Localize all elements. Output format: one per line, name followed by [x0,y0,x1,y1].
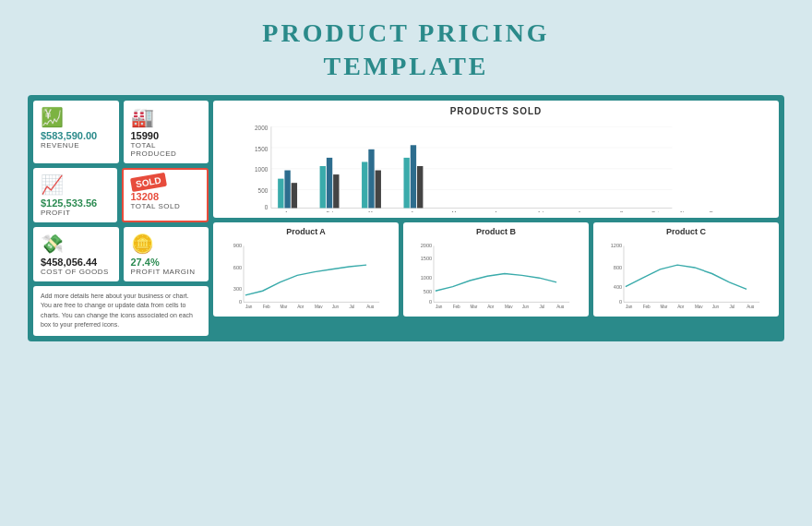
svg-text:Feb: Feb [643,305,651,308]
svg-text:Apr: Apr [297,305,304,308]
dashboard: 💹 $583,590.00 REVENUE 🏭 15990 TOTAL PROD… [28,95,784,341]
profit-margin-card: 🪙 27.4% PROFIT MARGIN [124,227,209,281]
margin-value: 27.4% [131,257,160,268]
svg-text:Apr: Apr [677,305,685,308]
svg-text:May: May [452,210,462,212]
svg-rect-11 [278,178,283,208]
svg-text:Mar: Mar [280,305,287,308]
stat-row-1: 💹 $583,590.00 REVENUE 🏭 15990 TOTAL PROD… [33,101,209,163]
svg-text:May: May [505,305,513,308]
svg-rect-24 [411,145,416,208]
product-a-svg: 900 600 300 0 Jan Feb Mar Apr May Jun [221,239,391,308]
svg-text:600: 600 [233,265,242,270]
svg-text:Mar: Mar [660,305,667,308]
svg-text:Mar: Mar [470,305,477,308]
svg-text:Jul: Jul [349,305,354,308]
svg-text:May: May [315,305,323,308]
svg-rect-12 [284,170,290,208]
profit-icon: 📈 [41,173,64,196]
page-title: PRODUCT PRICING TEMPLATE [262,0,549,95]
svg-text:800: 800 [614,265,622,270]
svg-text:0: 0 [265,204,269,210]
svg-rect-23 [404,158,410,209]
svg-rect-19 [362,161,367,208]
product-b-title: Product B [411,227,581,236]
svg-text:Jul: Jul [539,305,544,308]
bar-chart-area: 2000 1500 1000 500 0 [222,120,770,212]
svg-rect-21 [376,170,381,208]
svg-text:Jun: Jun [332,305,340,308]
svg-text:Mar: Mar [368,210,377,212]
svg-text:300: 300 [233,286,242,292]
svg-text:Apr: Apr [487,305,495,308]
svg-text:1500: 1500 [421,256,432,261]
svg-text:May: May [695,305,703,308]
product-b-chart-card: Product B 2000 1500 1000 500 0 Jan Feb M… [403,222,589,317]
svg-text:Jan: Jan [245,305,253,308]
svg-text:500: 500 [258,187,269,194]
svg-text:900: 900 [233,243,242,248]
svg-text:Jan: Jan [626,305,633,308]
right-panel: PRODUCTS SOLD 2000 1500 1000 500 0 [213,101,779,336]
svg-text:500: 500 [424,289,432,294]
total-sold-label: TOTAL SOLD [131,202,181,210]
product-a-title: Product A [221,227,391,236]
svg-rect-20 [368,149,374,209]
svg-rect-17 [333,174,339,208]
svg-text:Feb: Feb [453,305,460,308]
product-c-title: Product C [601,227,771,236]
cost-value: $458,056.44 [41,257,97,268]
product-c-chart-card: Product C 1200 800 400 0 Jan Feb Mar Apr… [593,222,779,317]
svg-rect-15 [320,166,326,208]
total-sold-card: SOLD 13208 TOTAL SOLD [122,168,209,222]
svg-text:1000: 1000 [421,275,432,281]
total-produced-icon: 🏭 [131,106,154,128]
cost-label: COST OF GOODS [41,268,109,276]
svg-text:Aug: Aug [578,210,587,212]
note-card: Add more details here about your busines… [33,286,209,336]
revenue-value: $583,590.00 [41,130,97,141]
note-text: Add more details here about your busines… [41,293,193,329]
svg-text:2000: 2000 [255,125,269,131]
bar-chart-card: PRODUCTS SOLD 2000 1500 1000 500 0 [213,101,779,218]
total-produced-value: 15990 [131,130,160,141]
svg-text:Jun: Jun [712,305,720,308]
svg-text:Jan: Jan [436,305,443,308]
product-a-chart-card: Product A 900 600 300 0 Jan Feb Mar [213,222,399,317]
svg-text:Feb: Feb [263,305,270,308]
svg-text:Sep: Sep [620,210,629,212]
stat-row-2: 📈 $125,533.56 PROFIT SOLD 13208 TOTAL SO… [33,168,209,222]
svg-text:1200: 1200 [611,243,622,248]
svg-text:0: 0 [619,299,622,305]
svg-text:Oct: Oct [651,210,660,212]
revenue-label: REVENUE [41,141,79,149]
svg-text:Jul: Jul [537,210,543,212]
cost-icon: 💸 [41,233,64,255]
svg-text:Jun: Jun [495,210,503,212]
stat-row-3: 💸 $458,056.44 COST OF GOODS 🪙 27.4% PROF… [33,227,209,281]
total-produced-card: 🏭 15990 TOTAL PRODUCED [124,101,209,163]
svg-text:Nov: Nov [680,210,689,212]
svg-text:Aug: Aug [366,305,375,308]
svg-text:1000: 1000 [255,166,269,173]
svg-text:Jun: Jun [522,305,530,308]
margin-label: PROFIT MARGIN [131,268,196,276]
revenue-card: 💹 $583,590.00 REVENUE [33,101,119,163]
total-sold-value: 13208 [131,191,160,202]
svg-text:400: 400 [614,284,622,290]
svg-text:Feb: Feb [327,210,335,212]
profit-value: $125,533.56 [41,197,97,209]
mini-charts-row: Product A 900 600 300 0 Jan Feb Mar [213,222,779,317]
svg-text:0: 0 [429,299,432,305]
svg-text:Dec: Dec [710,210,719,212]
product-b-svg: 2000 1500 1000 500 0 Jan Feb Mar Apr May… [411,239,581,308]
bar-chart-svg: 2000 1500 1000 500 0 [222,120,770,212]
margin-icon: 🪙 [131,233,154,255]
svg-rect-16 [327,158,332,209]
left-panel: 💹 $583,590.00 REVENUE 🏭 15990 TOTAL PROD… [33,101,209,336]
svg-rect-25 [417,166,423,208]
svg-text:Aug: Aug [556,305,565,308]
svg-text:Jul: Jul [729,305,734,308]
svg-text:2000: 2000 [421,243,432,248]
bar-chart-title: PRODUCTS SOLD [222,106,770,116]
